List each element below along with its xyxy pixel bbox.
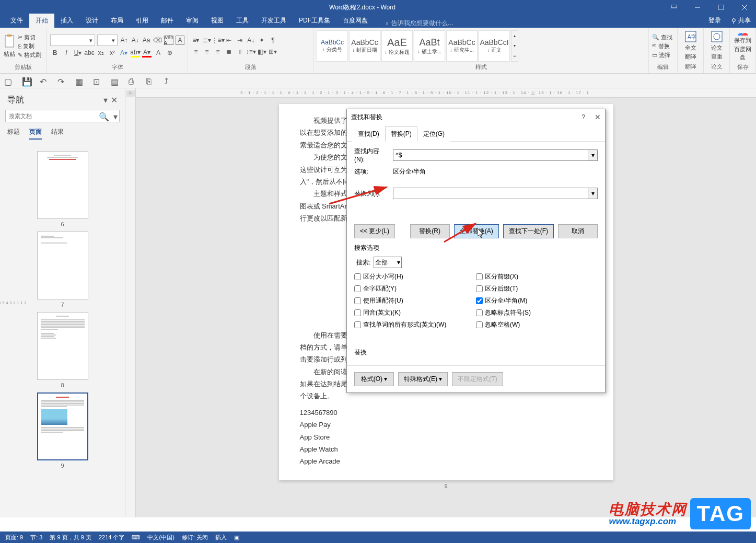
font-size-select[interactable]: ▾	[97, 34, 118, 46]
vertical-ruler[interactable]: L 21123456789101112131415161718192021222…	[125, 88, 136, 517]
tab-review[interactable]: 审阅	[180, 14, 205, 28]
style-gallery[interactable]: AaBbCc↓ 分类号 AaBbCc↓ 封面日期 AaE↓ 论文标题 AaBt↓…	[317, 30, 518, 62]
tab-pdf[interactable]: PDF工具集	[293, 14, 336, 28]
line-spacing-icon[interactable]: ↕≡▾	[246, 47, 255, 56]
italic-icon[interactable]: I	[62, 48, 71, 57]
find-button[interactable]: 🔍查找	[652, 33, 672, 41]
enclose-icon[interactable]: ⊕	[165, 48, 175, 57]
status-page[interactable]: 页面: 9	[5, 534, 23, 541]
chk-ignore-space[interactable]: 忽略空格(W)	[476, 320, 598, 329]
strike-icon[interactable]: abc	[85, 48, 94, 57]
align-left-icon[interactable]: ≡	[191, 47, 201, 56]
para[interactable]: 1234567890	[300, 407, 592, 419]
font-family-select[interactable]: ▾	[50, 34, 95, 46]
status-words[interactable]: 2214 个字	[99, 534, 125, 541]
tab-design[interactable]: 设计	[79, 14, 104, 28]
chk-sounds-like[interactable]: 同音(英文)(K)	[354, 308, 476, 317]
replace-with-input[interactable]	[393, 188, 588, 199]
select-button[interactable]: ▭选择	[652, 51, 672, 59]
bold-icon[interactable]: B	[50, 48, 60, 57]
style-item[interactable]: AaBbCcI↓ 正文	[479, 30, 510, 62]
status-macro-icon[interactable]: ▣	[234, 534, 239, 541]
status-track[interactable]: 修订: 关闭	[182, 534, 208, 541]
phonetic-icon[interactable]: wénA	[164, 36, 173, 45]
replace-all-button[interactable]: 全部替换(A)	[454, 224, 499, 238]
superscript-icon[interactable]: x²	[108, 48, 117, 57]
chk-wildcards[interactable]: 使用通配符(U)	[354, 296, 476, 305]
undo-icon[interactable]: ↶	[40, 77, 48, 85]
grow-font-icon[interactable]: A↑	[120, 36, 129, 45]
para[interactable]: Apple Watch	[300, 443, 592, 455]
replace-button[interactable]: ᵃᵇ替换	[652, 42, 672, 50]
ribbon-options-icon[interactable]	[662, 0, 685, 15]
search-icon[interactable]: 🔍	[99, 112, 109, 122]
special-button[interactable]: 特殊格式(E) ▾	[398, 372, 448, 386]
tab-view[interactable]: 视图	[205, 14, 230, 28]
chk-suffix[interactable]: 区分后缀(T)	[476, 284, 598, 293]
shading-icon[interactable]: ◧▾	[257, 47, 266, 56]
tab-home[interactable]: 开始	[29, 14, 54, 28]
tell-me-search[interactable]: ♀ 告诉我您想要做什么...	[385, 19, 453, 28]
login-button[interactable]: 登录	[703, 14, 726, 28]
close-icon[interactable]	[732, 0, 756, 15]
status-section[interactable]: 节: 3	[30, 534, 42, 541]
bullets-icon[interactable]: ≡▾	[191, 36, 201, 45]
para[interactable]: Apple Arcade	[300, 455, 592, 467]
chk-word-forms[interactable]: 查找单词的所有形式(英文)(W)	[354, 320, 476, 329]
borders-icon[interactable]: ⊞▾	[268, 47, 277, 56]
chk-prefix[interactable]: 区分前缀(X)	[476, 272, 598, 281]
status-spellcheck-icon[interactable]: ⌨	[132, 534, 140, 541]
thumbnail-page[interactable]	[37, 232, 88, 299]
dialog-close-icon[interactable]: ✕	[595, 113, 601, 121]
nav-tab-results[interactable]: 结果	[51, 128, 64, 140]
chk-ignore-punct[interactable]: 忽略标点符号(S)	[476, 308, 598, 317]
copy-button[interactable]: ⎘复制	[18, 42, 41, 50]
nav-close-icon[interactable]: ✕	[111, 95, 118, 105]
align-text-icon[interactable]: ✦	[257, 36, 266, 45]
find-what-input[interactable]	[393, 149, 588, 161]
tab-file[interactable]: 文件	[4, 14, 29, 28]
highlight-icon[interactable]: ab▾	[131, 48, 140, 57]
thumbnail-page[interactable]	[37, 151, 88, 219]
search-dropdown-icon[interactable]: ▾	[113, 112, 118, 122]
align-center-icon[interactable]: ≡	[202, 47, 212, 56]
style-item[interactable]: AaBt↓ 硕士学...	[414, 30, 445, 62]
status-insert[interactable]: 插入	[215, 534, 227, 541]
chk-match-case[interactable]: 区分大小写(H)	[354, 272, 476, 281]
char-border-icon[interactable]: A	[176, 36, 184, 45]
show-marks-icon[interactable]: ¶	[268, 36, 277, 45]
nav-search[interactable]: 🔍 ▾	[5, 110, 120, 122]
nav-thumbnails[interactable]: 6 7 8 9	[0, 143, 125, 517]
format-button[interactable]: 格式(O) ▾	[354, 372, 394, 386]
format-painter-button[interactable]: ✎格式刷	[18, 51, 41, 59]
search-direction-select[interactable]: 全部▾	[374, 257, 402, 268]
gallery-up-icon[interactable]: ▴	[511, 33, 518, 38]
change-case-icon[interactable]: Aa	[142, 36, 150, 45]
para[interactable]: Apple Pay	[300, 419, 592, 431]
tab-developer[interactable]: 开发工具	[255, 14, 293, 28]
ribbon-group-translate[interactable]: A字 全文 翻译 翻译	[678, 28, 704, 73]
chk-whole-word[interactable]: 全字匹配(Y)	[354, 284, 476, 293]
font-color-icon[interactable]: A▾	[142, 48, 152, 57]
find-dropdown-icon[interactable]: ▾	[588, 149, 598, 161]
qat-icon[interactable]: ⎘	[146, 77, 155, 85]
style-item[interactable]: AaBbCc↓ 分类号	[317, 30, 348, 62]
save-icon[interactable]: 💾	[22, 77, 30, 85]
dialog-help-icon[interactable]: ?	[581, 113, 585, 121]
share-button[interactable]: ⚲ 共享	[726, 14, 756, 28]
shrink-font-icon[interactable]: A↓	[131, 36, 139, 45]
style-item[interactable]: AaE↓ 论文标题	[381, 30, 413, 62]
tab-layout[interactable]: 布局	[104, 14, 130, 28]
chk-width[interactable]: 区分全/半角(M)	[476, 296, 598, 305]
dialog-tab-goto[interactable]: 定位(G)	[417, 126, 450, 142]
new-doc-icon[interactable]: ▢	[4, 77, 13, 85]
status-language[interactable]: 中文(中国)	[147, 534, 174, 541]
qat-icon[interactable]: ▦	[75, 77, 84, 85]
thumbnail-page[interactable]	[37, 312, 88, 380]
align-right-icon[interactable]: ≡	[213, 47, 223, 56]
clear-format-icon[interactable]: ⌫	[153, 36, 162, 45]
style-item[interactable]: AaBbCc↓ 封面日期	[349, 30, 380, 62]
char-shade-icon[interactable]: A	[154, 48, 163, 57]
tab-mailings[interactable]: 邮件	[155, 14, 180, 28]
cancel-button[interactable]: 取消	[558, 224, 598, 238]
